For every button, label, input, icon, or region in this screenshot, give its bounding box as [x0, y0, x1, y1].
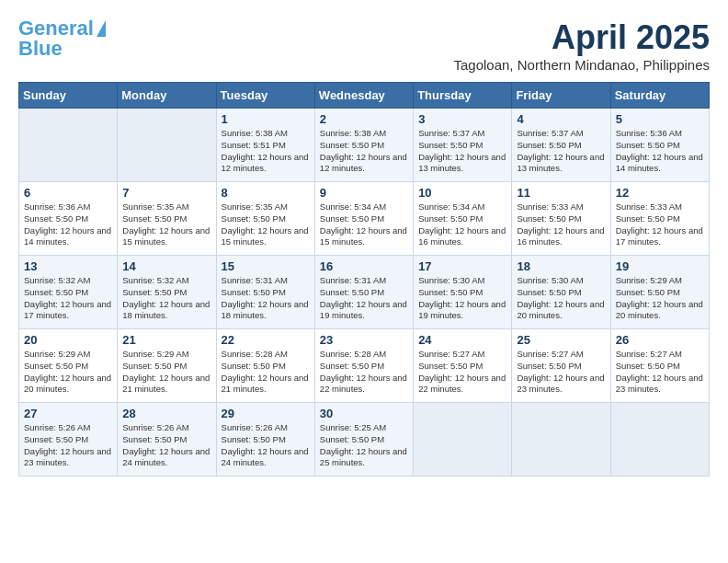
logo: General Blue — [18, 18, 106, 59]
day-cell — [414, 403, 512, 477]
day-cell: 26Sunrise: 5:27 AMSunset: 5:50 PMDayligh… — [610, 329, 709, 403]
day-number: 16 — [320, 259, 408, 273]
day-detail: Sunrise: 5:29 AMSunset: 5:50 PMDaylight:… — [24, 349, 112, 396]
day-cell: 29Sunrise: 5:26 AMSunset: 5:50 PMDayligh… — [216, 403, 314, 477]
week-row-5: 27Sunrise: 5:26 AMSunset: 5:50 PMDayligh… — [19, 403, 710, 477]
day-number: 3 — [418, 112, 506, 126]
day-number: 29 — [222, 407, 310, 420]
day-detail: Sunrise: 5:28 AMSunset: 5:50 PMDaylight:… — [222, 349, 310, 396]
day-cell: 19Sunrise: 5:29 AMSunset: 5:50 PMDayligh… — [610, 256, 709, 329]
day-cell: 25Sunrise: 5:27 AMSunset: 5:50 PMDayligh… — [512, 329, 610, 403]
day-number: 7 — [122, 186, 210, 200]
day-number: 19 — [616, 259, 704, 273]
day-number: 12 — [616, 186, 704, 200]
day-cell: 23Sunrise: 5:28 AMSunset: 5:50 PMDayligh… — [314, 329, 413, 403]
header-monday: Monday — [118, 83, 216, 109]
header-friday: Friday — [512, 83, 610, 109]
header-sunday: Sunday — [19, 83, 118, 109]
day-cell: 6Sunrise: 5:36 AMSunset: 5:50 PMDaylight… — [19, 182, 118, 256]
day-number: 9 — [320, 186, 408, 200]
day-detail: Sunrise: 5:30 AMSunset: 5:50 PMDaylight:… — [517, 275, 605, 322]
day-detail: Sunrise: 5:37 AMSunset: 5:50 PMDaylight:… — [418, 128, 506, 175]
header-wednesday: Wednesday — [314, 83, 413, 109]
day-detail: Sunrise: 5:25 AMSunset: 5:50 PMDaylight:… — [320, 422, 408, 469]
day-detail: Sunrise: 5:33 AMSunset: 5:50 PMDaylight:… — [517, 201, 605, 248]
day-cell: 2Sunrise: 5:38 AMSunset: 5:50 PMDaylight… — [314, 109, 413, 182]
day-cell: 28Sunrise: 5:26 AMSunset: 5:50 PMDayligh… — [118, 403, 216, 477]
day-detail: Sunrise: 5:34 AMSunset: 5:50 PMDaylight:… — [320, 201, 408, 248]
logo-icon — [97, 20, 106, 37]
week-row-4: 20Sunrise: 5:29 AMSunset: 5:50 PMDayligh… — [19, 329, 710, 403]
day-number: 30 — [320, 407, 408, 420]
day-cell — [610, 403, 709, 477]
day-cell: 1Sunrise: 5:38 AMSunset: 5:51 PMDaylight… — [216, 109, 314, 182]
day-cell — [118, 109, 216, 182]
day-detail: Sunrise: 5:28 AMSunset: 5:50 PMDaylight:… — [320, 349, 408, 396]
day-detail: Sunrise: 5:29 AMSunset: 5:50 PMDaylight:… — [616, 275, 704, 322]
day-detail: Sunrise: 5:33 AMSunset: 5:50 PMDaylight:… — [616, 201, 704, 248]
day-detail: Sunrise: 5:27 AMSunset: 5:50 PMDaylight:… — [418, 349, 506, 396]
day-cell: 21Sunrise: 5:29 AMSunset: 5:50 PMDayligh… — [118, 329, 216, 403]
day-detail: Sunrise: 5:36 AMSunset: 5:50 PMDaylight:… — [616, 128, 704, 175]
day-number: 14 — [122, 259, 210, 273]
day-detail: Sunrise: 5:31 AMSunset: 5:50 PMDaylight:… — [222, 275, 310, 322]
day-detail: Sunrise: 5:26 AMSunset: 5:50 PMDaylight:… — [122, 422, 210, 469]
month-title: April 2025 — [453, 18, 710, 57]
day-number: 6 — [24, 186, 112, 200]
day-cell: 9Sunrise: 5:34 AMSunset: 5:50 PMDaylight… — [314, 182, 413, 256]
week-row-1: 1Sunrise: 5:38 AMSunset: 5:51 PMDaylight… — [19, 109, 710, 182]
day-number: 10 — [418, 186, 506, 200]
day-detail: Sunrise: 5:26 AMSunset: 5:50 PMDaylight:… — [222, 422, 310, 469]
day-number: 24 — [418, 333, 506, 347]
day-number: 1 — [222, 112, 310, 126]
day-detail: Sunrise: 5:32 AMSunset: 5:50 PMDaylight:… — [122, 275, 210, 322]
day-detail: Sunrise: 5:29 AMSunset: 5:50 PMDaylight:… — [122, 349, 210, 396]
day-number: 28 — [122, 407, 210, 420]
day-number: 15 — [222, 259, 310, 273]
logo-text: General — [18, 18, 94, 39]
day-cell: 18Sunrise: 5:30 AMSunset: 5:50 PMDayligh… — [512, 256, 610, 329]
day-number: 4 — [517, 112, 605, 126]
location: Tagoloan, Northern Mindanao, Philippines — [453, 57, 710, 73]
day-cell: 11Sunrise: 5:33 AMSunset: 5:50 PMDayligh… — [512, 182, 610, 256]
week-row-3: 13Sunrise: 5:32 AMSunset: 5:50 PMDayligh… — [19, 256, 710, 329]
header-tuesday: Tuesday — [216, 83, 314, 109]
page-header: General Blue April 2025 Tagoloan, Northe… — [18, 18, 710, 73]
day-number: 5 — [616, 112, 704, 126]
day-number: 13 — [24, 259, 112, 273]
day-cell: 3Sunrise: 5:37 AMSunset: 5:50 PMDaylight… — [414, 109, 512, 182]
header-saturday: Saturday — [610, 83, 709, 109]
day-cell: 14Sunrise: 5:32 AMSunset: 5:50 PMDayligh… — [118, 256, 216, 329]
day-detail: Sunrise: 5:27 AMSunset: 5:50 PMDaylight:… — [517, 349, 605, 396]
day-cell: 13Sunrise: 5:32 AMSunset: 5:50 PMDayligh… — [19, 256, 118, 329]
day-cell: 17Sunrise: 5:30 AMSunset: 5:50 PMDayligh… — [414, 256, 512, 329]
day-number: 25 — [517, 333, 605, 347]
day-detail: Sunrise: 5:26 AMSunset: 5:50 PMDaylight:… — [24, 422, 112, 469]
day-detail: Sunrise: 5:34 AMSunset: 5:50 PMDaylight:… — [418, 201, 506, 248]
day-number: 17 — [418, 259, 506, 273]
day-detail: Sunrise: 5:37 AMSunset: 5:50 PMDaylight:… — [517, 128, 605, 175]
day-detail: Sunrise: 5:38 AMSunset: 5:50 PMDaylight:… — [320, 128, 408, 175]
day-detail: Sunrise: 5:36 AMSunset: 5:50 PMDaylight:… — [24, 201, 112, 248]
day-detail: Sunrise: 5:31 AMSunset: 5:50 PMDaylight:… — [320, 275, 408, 322]
day-cell: 16Sunrise: 5:31 AMSunset: 5:50 PMDayligh… — [314, 256, 413, 329]
day-cell: 8Sunrise: 5:35 AMSunset: 5:50 PMDaylight… — [216, 182, 314, 256]
day-cell: 7Sunrise: 5:35 AMSunset: 5:50 PMDaylight… — [118, 182, 216, 256]
day-cell: 22Sunrise: 5:28 AMSunset: 5:50 PMDayligh… — [216, 329, 314, 403]
day-number: 8 — [222, 186, 310, 200]
calendar-table: SundayMondayTuesdayWednesdayThursdayFrid… — [18, 82, 710, 477]
day-detail: Sunrise: 5:30 AMSunset: 5:50 PMDaylight:… — [418, 275, 506, 322]
day-number: 23 — [320, 333, 408, 347]
day-number: 22 — [222, 333, 310, 347]
day-number: 2 — [320, 112, 408, 126]
day-detail: Sunrise: 5:38 AMSunset: 5:51 PMDaylight:… — [222, 128, 310, 175]
day-detail: Sunrise: 5:35 AMSunset: 5:50 PMDaylight:… — [122, 201, 210, 248]
day-detail: Sunrise: 5:35 AMSunset: 5:50 PMDaylight:… — [222, 201, 310, 248]
logo-blue: Blue — [18, 39, 106, 59]
day-cell: 10Sunrise: 5:34 AMSunset: 5:50 PMDayligh… — [414, 182, 512, 256]
day-number: 26 — [616, 333, 704, 347]
day-number: 18 — [517, 259, 605, 273]
day-number: 11 — [517, 186, 605, 200]
day-cell: 27Sunrise: 5:26 AMSunset: 5:50 PMDayligh… — [19, 403, 118, 477]
day-cell: 5Sunrise: 5:36 AMSunset: 5:50 PMDaylight… — [610, 109, 709, 182]
